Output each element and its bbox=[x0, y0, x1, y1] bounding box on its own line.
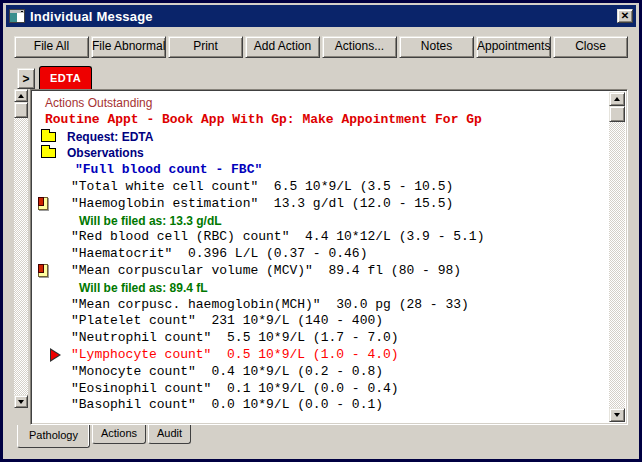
report-line: "Mean corpusc. haemoglobin(MCH)" 30.0 pg… bbox=[33, 297, 609, 314]
report-viewer: Actions OutstandingRoutine Appt - Book A… bbox=[30, 89, 628, 425]
scroll-down-button[interactable] bbox=[14, 395, 28, 408]
report-line-text: "Mean corpuscular volume (MCV)" 89.4 fl … bbox=[71, 263, 461, 280]
toolbar: File AllFile AbnormalPrintAdd ActionActi… bbox=[14, 36, 628, 58]
report-line-text: "Monocyte count" 0.4 10*9/L (0.2 - 0.8) bbox=[71, 364, 383, 381]
window-title: Individual Message bbox=[30, 9, 617, 24]
toolbar-button-close[interactable]: Close bbox=[553, 36, 628, 58]
window-icon bbox=[9, 9, 25, 23]
note-icon bbox=[38, 197, 48, 210]
tab-pathology[interactable]: Pathology bbox=[17, 425, 90, 448]
scroll-track[interactable] bbox=[609, 122, 625, 408]
report-line: Observations bbox=[33, 145, 609, 162]
report-line-text: "Haemoglobin estimation" 13.3 g/dl (12.0… bbox=[71, 196, 453, 213]
toolbar-button-add-action[interactable]: Add Action bbox=[245, 36, 320, 58]
arrow-up-icon bbox=[18, 94, 24, 98]
arrow-down-icon bbox=[614, 413, 620, 417]
report-line-text: "Total white cell count" 6.5 10*9/L (3.5… bbox=[71, 179, 453, 196]
tab-actions[interactable]: Actions bbox=[92, 425, 146, 444]
report-line-text: "Mean corpusc. haemoglobin(MCH)" 30.0 pg… bbox=[71, 297, 469, 314]
scroll-up-button[interactable] bbox=[14, 89, 28, 102]
message-tab-edta[interactable]: EDTA bbox=[39, 66, 92, 89]
report-line: "Neutrophil count" 5.5 10*9/L (1.7 - 7.0… bbox=[33, 330, 609, 347]
message-tab-strip: > EDTA bbox=[17, 65, 636, 89]
report-line-text: Request: EDTA bbox=[67, 129, 153, 146]
scroll-thumb[interactable] bbox=[14, 102, 28, 118]
report-line-text: "Eosinophil count" 0.1 10*9/L (0.0 - 0.4… bbox=[71, 381, 399, 398]
report-line: Actions Outstanding bbox=[33, 95, 609, 112]
toolbar-button-print[interactable]: Print bbox=[168, 36, 243, 58]
toolbar-button-file-abnormal[interactable]: File Abnormal bbox=[91, 36, 166, 58]
report-line: "Mean corpuscular volume (MCV)" 89.4 fl … bbox=[33, 263, 609, 280]
report-line: "Haematocrit" 0.396 L/L (0.37 - 0.46) bbox=[33, 246, 609, 263]
report-line: "Total white cell count" 6.5 10*9/L (3.5… bbox=[33, 179, 609, 196]
report-line: "Monocyte count" 0.4 10*9/L (0.2 - 0.8) bbox=[33, 364, 609, 381]
scroll-up-button[interactable] bbox=[609, 92, 625, 106]
arrow-down-icon bbox=[18, 400, 24, 404]
report-line: Routine Appt - Book App With Gp: Make Ap… bbox=[33, 112, 609, 129]
arrow-up-icon bbox=[614, 97, 620, 101]
report-line: "Eosinophil count" 0.1 10*9/L (0.0 - 0.4… bbox=[33, 381, 609, 398]
message-content: Actions OutstandingRoutine Appt - Book A… bbox=[14, 89, 628, 425]
report-line: "Basophil count" 0.0 10*9/L (0.0 - 0.1) bbox=[33, 397, 609, 414]
individual-message-window: Individual Message ✕ File AllFile Abnorm… bbox=[0, 0, 642, 462]
report-line-text: "Neutrophil count" 5.5 10*9/L (1.7 - 7.0… bbox=[71, 330, 399, 347]
report-line-text: "Basophil count" 0.0 10*9/L (0.0 - 0.1) bbox=[71, 397, 383, 414]
report-line-text: "Lymphocyte count" 0.5 10*9/L (1.0 - 4.0… bbox=[71, 347, 399, 364]
report-line-text: "Haematocrit" 0.396 L/L (0.37 - 0.46) bbox=[71, 246, 367, 263]
tab-expander-button[interactable]: > bbox=[17, 68, 35, 89]
report-line: Request: EDTA bbox=[33, 129, 609, 146]
report-line: "Lymphocyte count" 0.5 10*9/L (1.0 - 4.0… bbox=[33, 347, 609, 364]
view-tabs: PathologyActionsAudit bbox=[17, 425, 636, 451]
folder-icon bbox=[41, 132, 56, 142]
report-line: Will be filed as: 13.3 g/dL bbox=[33, 213, 609, 230]
close-icon[interactable]: ✕ bbox=[617, 9, 633, 23]
note-icon bbox=[38, 264, 48, 277]
report-scrollbar-vertical bbox=[609, 92, 625, 422]
toolbar-button-appointments[interactable]: Appointments bbox=[476, 36, 551, 58]
scroll-thumb[interactable] bbox=[609, 106, 625, 122]
flag-icon bbox=[50, 348, 63, 363]
report-line: "Red blood cell (RBC) count" 4.4 10*12/L… bbox=[33, 229, 609, 246]
report-line-text: Actions Outstanding bbox=[45, 95, 152, 112]
report-line-text: "Full blood count - FBC" bbox=[75, 162, 262, 179]
folder-icon bbox=[41, 148, 56, 158]
report-line-text: "Red blood cell (RBC) count" 4.4 10*12/L… bbox=[71, 229, 484, 246]
report-line-text: Observations bbox=[67, 145, 144, 162]
toolbar-button-actions[interactable]: Actions... bbox=[322, 36, 397, 58]
report-line-text: Will be filed as: 13.3 g/dL bbox=[79, 213, 222, 230]
report-line: Will be filed as: 89.4 fL bbox=[33, 280, 609, 297]
scroll-track[interactable] bbox=[14, 118, 28, 395]
report-body: Actions OutstandingRoutine Appt - Book A… bbox=[33, 92, 609, 422]
scroll-down-button[interactable] bbox=[609, 408, 625, 422]
report-line: "Haemoglobin estimation" 13.3 g/dl (12.0… bbox=[33, 196, 609, 213]
report-line: "Platelet count" 231 10*9/L (140 - 400) bbox=[33, 313, 609, 330]
toolbar-button-notes[interactable]: Notes bbox=[399, 36, 474, 58]
tab-audit[interactable]: Audit bbox=[148, 425, 191, 444]
report-line-text: Will be filed as: 89.4 fL bbox=[79, 280, 208, 297]
message-scrollbar-vertical bbox=[14, 89, 28, 408]
report-line-text: "Platelet count" 231 10*9/L (140 - 400) bbox=[71, 313, 383, 330]
report-line-text: Routine Appt - Book App With Gp: Make Ap… bbox=[45, 112, 482, 129]
toolbar-button-file-all[interactable]: File All bbox=[14, 36, 89, 58]
report-line: "Full blood count - FBC" bbox=[33, 162, 609, 179]
titlebar: Individual Message ✕ bbox=[6, 5, 636, 27]
